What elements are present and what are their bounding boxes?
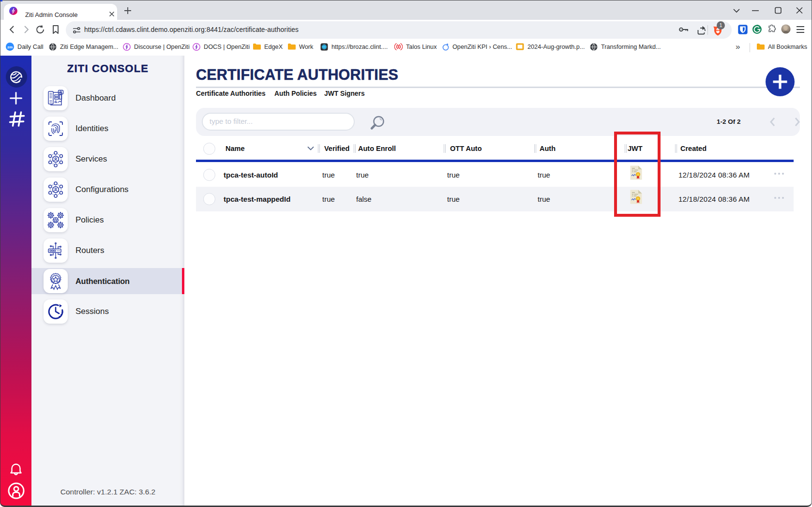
svg-text:zm: zm [7,45,13,49]
